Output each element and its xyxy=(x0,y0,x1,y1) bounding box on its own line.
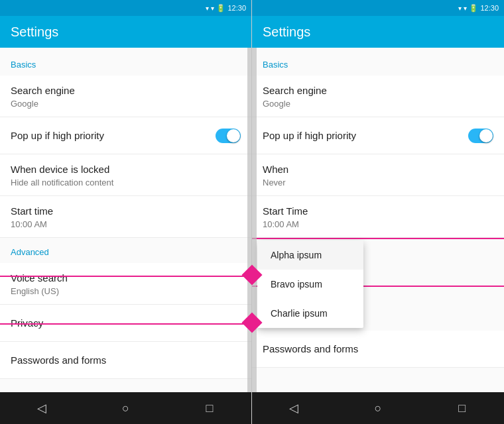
right-when-label: When xyxy=(263,162,493,176)
right-starttime-label: Start Time xyxy=(263,204,493,218)
right-passwords-text: Passwords and forms xyxy=(263,342,493,356)
battery-icon: 🔋 xyxy=(216,4,225,13)
left-passwords-label: Passwords and forms xyxy=(11,353,241,367)
left-privacy-label: Privacy xyxy=(11,316,241,330)
left-popup-label: Pop up if high priority xyxy=(11,129,216,142)
right-basics-title: Basics xyxy=(263,60,288,70)
left-time: 12:30 xyxy=(227,4,246,12)
left-search-engine-text: Search engine Google xyxy=(11,83,241,109)
right-starttime-item[interactable]: Start Time 10:00 AM xyxy=(252,196,504,238)
right-app-bar: Settings xyxy=(252,16,504,48)
left-starttime-label: Start time xyxy=(11,204,241,218)
dropdown-item-charlie[interactable]: Charlie ipsum xyxy=(257,299,363,328)
left-back-button[interactable]: ◁ xyxy=(26,392,58,424)
left-nav-bar: ◁ ○ □ xyxy=(0,392,251,424)
right-starttime-value: 10:00 AM xyxy=(263,219,493,229)
left-advanced-header: Advanced xyxy=(0,238,251,263)
left-starttime-text: Start time 10:00 AM xyxy=(11,204,241,229)
dropdown-item-bravo[interactable]: Bravo ipsum xyxy=(257,270,363,299)
left-content: Basics Search engine Google Pop up if hi… xyxy=(0,48,251,392)
left-locked-item[interactable]: When device is locked Hide all notificat… xyxy=(0,154,251,196)
dropdown-item-alpha[interactable]: Alpha ipsum xyxy=(257,240,363,270)
left-search-engine-label: Search engine xyxy=(11,83,241,97)
left-voicesearch-item[interactable]: Voice search English (US) xyxy=(0,263,251,305)
left-passwords-item[interactable]: Passwords and forms xyxy=(0,342,251,379)
right-when-value: Never xyxy=(263,178,493,187)
left-locked-text: When device is locked Hide all notificat… xyxy=(11,162,241,187)
left-popup-toggle[interactable] xyxy=(216,129,241,143)
right-search-engine-text: Search engine Google xyxy=(263,83,493,109)
right-search-engine-label: Search engine xyxy=(263,83,493,97)
left-voicesearch-label: Voice search xyxy=(11,271,241,285)
right-popup-toggle[interactable] xyxy=(468,129,493,143)
right-time: 12:30 xyxy=(480,4,499,12)
right-basics-header: Basics xyxy=(252,48,504,76)
left-screen: ▾ ▾ 🔋 12:30 Settings Basics Search engin… xyxy=(0,0,252,424)
left-privacy-text: Privacy xyxy=(11,316,241,330)
left-privacy-item[interactable]: Privacy xyxy=(0,305,251,342)
left-app-bar: Settings xyxy=(0,16,251,48)
left-popup-item[interactable]: Pop up if high priority xyxy=(0,117,251,154)
right-battery-icon: 🔋 xyxy=(469,4,478,13)
left-search-engine-item[interactable]: Search engine Google xyxy=(0,76,251,117)
left-locked-value: Hide all notification content xyxy=(11,178,241,187)
left-starttime-value: 10:00 AM xyxy=(11,219,241,229)
left-popup-toggle-thumb xyxy=(227,129,240,142)
left-popup-text: Pop up if high priority xyxy=(11,129,216,142)
right-passwords-item[interactable]: Passwords and forms xyxy=(252,331,504,368)
left-advanced-title: Advanced xyxy=(11,247,49,257)
dropdown-menu: Alpha ipsum Bravo ipsum Charlie ipsum xyxy=(257,240,363,328)
signal-icon: ▾ xyxy=(206,5,209,12)
right-search-engine-value: Google xyxy=(263,99,493,109)
right-popup-label: Pop up if high priority xyxy=(263,129,468,142)
right-app-title: Settings xyxy=(263,25,310,40)
left-recents-button[interactable]: □ xyxy=(194,392,225,424)
left-passwords-text: Passwords and forms xyxy=(11,353,241,367)
right-network-icon: ▾ xyxy=(464,5,467,12)
left-status-icons: ▾ ▾ 🔋 12:30 xyxy=(206,4,246,13)
right-passwords-label: Passwords and forms xyxy=(263,342,493,356)
left-home-button[interactable]: ○ xyxy=(109,392,141,424)
dropdown-region: Alpha ipsum Bravo ipsum Charlie ipsum Pa… xyxy=(252,238,504,368)
right-search-engine-item[interactable]: Search engine Google xyxy=(252,76,504,117)
right-starttime-text: Start Time 10:00 AM xyxy=(263,204,493,229)
left-basics-title: Basics xyxy=(11,60,36,70)
right-recents-button[interactable]: □ xyxy=(446,392,478,424)
left-starttime-item[interactable]: Start time 10:00 AM xyxy=(0,196,251,238)
left-voicesearch-text: Voice search English (US) xyxy=(11,271,241,296)
right-popup-toggle-thumb xyxy=(479,129,493,142)
right-popup-text: Pop up if high priority xyxy=(263,129,468,142)
left-locked-label: When device is locked xyxy=(11,162,241,176)
right-when-text: When Never xyxy=(263,162,493,187)
right-popup-item[interactable]: Pop up if high priority xyxy=(252,117,504,154)
left-app-title: Settings xyxy=(11,25,58,40)
right-status-icons: ▾ ▾ 🔋 12:30 xyxy=(458,4,499,13)
right-back-button[interactable]: ◁ xyxy=(278,392,310,424)
right-signal-icon: ▾ xyxy=(458,5,462,12)
network-icon: ▾ xyxy=(211,5,214,12)
pink-line-top xyxy=(252,238,504,239)
right-screen: ▾ ▾ 🔋 12:30 Settings Basics Search engin… xyxy=(252,0,504,424)
right-content: Basics Search engine Google Pop up if hi… xyxy=(252,48,504,392)
left-basics-header: Basics xyxy=(0,48,251,76)
left-voicesearch-value: English (US) xyxy=(11,286,241,296)
right-home-button[interactable]: ○ xyxy=(362,392,394,424)
left-status-bar: ▾ ▾ 🔋 12:30 xyxy=(0,0,251,16)
right-when-item[interactable]: When Never xyxy=(252,154,504,196)
left-search-engine-value: Google xyxy=(11,99,241,109)
right-status-bar: ▾ ▾ 🔋 12:30 xyxy=(252,0,504,16)
right-nav-bar: ◁ ○ □ xyxy=(252,392,504,424)
